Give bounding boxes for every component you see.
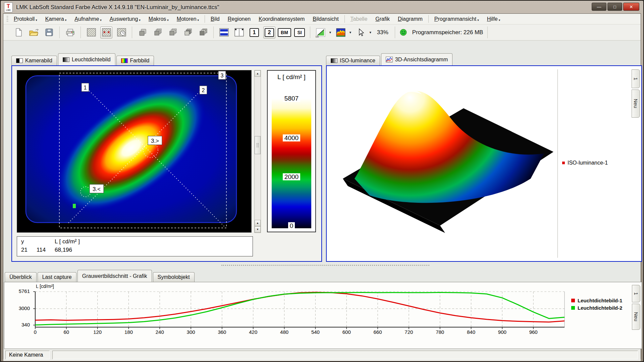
chart-side-tab-1[interactable]: 1 (632, 285, 640, 302)
menu-auswertung[interactable]: Auswertung▾ (106, 14, 145, 24)
tab-farbbild[interactable]: Farbbild (116, 56, 154, 65)
luminance-image-panel: 1 2 3 3.> 3. (11, 65, 322, 262)
svg-text:3: 3 (221, 73, 224, 78)
menu-dropdown-icon: ▾ (139, 18, 141, 22)
capture-button[interactable] (85, 26, 97, 39)
open-file-button[interactable] (28, 26, 40, 39)
tab-last-capture[interactable]: Last capture (38, 272, 76, 282)
x-tick-label: 660 (370, 329, 385, 335)
view-1-button[interactable]: 1 (248, 26, 260, 39)
image-copy-button[interactable] (137, 26, 149, 39)
x-tick-label: 0 (28, 329, 43, 335)
menu-hilfe[interactable]: Hilfe▾ (483, 14, 504, 24)
x-tick-label: 120 (90, 329, 105, 335)
menu-protokoll[interactable]: Protokoll▾ (10, 14, 41, 24)
menu-grafik[interactable]: Grafik (371, 14, 394, 24)
tab-leuchtdichtebild[interactable]: Leuchtdichtebild (58, 53, 115, 65)
app-logo-letter: T (7, 4, 10, 9)
horizontal-splitter[interactable] (221, 265, 429, 266)
tab-label: Leuchtdichtebild (72, 57, 111, 63)
menu-regionen[interactable]: Regionen (224, 14, 255, 24)
split-vertical-icon (234, 28, 244, 37)
window-title: LMK LabSoft Standard Farbe Active X 14.9… (16, 4, 219, 11)
chart-x-ticks: 0601201802403003604204805406006607207808… (35, 329, 565, 336)
menu-programmansicht[interactable]: Programmansicht▾ (430, 14, 483, 24)
tab-iso-luminance[interactable]: ISO-luminance (326, 56, 380, 65)
tab-ueberblick[interactable]: Überblick (5, 272, 37, 282)
menu-makros[interactable]: Makros▾ (145, 14, 173, 24)
surface-3d-view[interactable] (329, 68, 557, 258)
color-scale-gradient: 5807 4000 2000 0 (272, 85, 311, 228)
menu-dropdown-icon: ▾ (65, 18, 67, 22)
chart-y-axis-title: L [cd/m²] (36, 284, 54, 289)
cursor-tool-button[interactable] (355, 26, 367, 39)
linear-scaling-button[interactable]: Lin (315, 26, 327, 39)
false-color-button[interactable] (335, 26, 347, 39)
tab-grauwertbildschnitt-grafik[interactable]: Grauwertbildschnitt - Grafik (77, 270, 152, 282)
view-2-button[interactable]: 2 (263, 26, 275, 39)
si-button[interactable]: SI (293, 26, 306, 39)
image-stack-chip-button[interactable] (182, 26, 194, 39)
tab-symbolobjekt[interactable]: Symbolobjekt (153, 272, 195, 282)
menu-aufnahme[interactable]: Aufnahme▾ (70, 14, 105, 24)
legend-item-2: Leuchtdichtebild-2 (571, 305, 622, 311)
minimize-button[interactable]: — (592, 3, 606, 11)
side-tab-neu[interactable]: Neu (632, 89, 640, 118)
toolbar-separator (80, 26, 81, 38)
bm-button[interactable]: BM (278, 26, 290, 39)
toolbar-separator (59, 26, 60, 38)
menu-bild[interactable]: Bild (207, 14, 224, 24)
new-file-button[interactable] (13, 26, 25, 39)
capture-region-button[interactable] (100, 26, 112, 39)
menu-kamera[interactable]: Kamera▾ (41, 14, 71, 24)
capture-time-button[interactable] (115, 26, 127, 39)
client-area: Protokoll▾Kamera▾Aufnahme▾Auswertung▾Mak… (3, 13, 641, 359)
image-stack-button[interactable] (152, 26, 164, 39)
linear-scaling-dropdown-icon[interactable]: ▼ (329, 31, 332, 34)
y-tick-label: 340 (21, 322, 30, 327)
tab-kamerabild[interactable]: Kamerabild (11, 56, 57, 65)
image-stack-dots-button[interactable] (167, 26, 179, 39)
chart-side-tab-neu[interactable]: Neu (632, 304, 640, 330)
open-file-icon (29, 28, 39, 37)
menubar-grip[interactable] (6, 15, 9, 22)
menu-koordinatensystem[interactable]: Koordinatensystem (255, 14, 309, 24)
region-label-1: 1 (82, 83, 89, 92)
tab-3d-ansichtsdiagramm[interactable]: 3D-Ansichtsdiagramm (381, 53, 452, 65)
maximize-button[interactable]: □ (607, 3, 622, 11)
color-scale: L [ cd/m² ] 5807 4000 2000 0 (267, 70, 316, 232)
menu-diagramm[interactable]: Diagramm (394, 14, 427, 24)
side-tab-1[interactable]: 1 (632, 69, 640, 88)
image-scrollbar[interactable]: ▲ ▲ ▼ (254, 70, 261, 233)
scroll-up-button[interactable]: ▲ (255, 70, 261, 77)
menu-bildansicht[interactable]: Bildansicht (309, 14, 342, 24)
x-tick-label: 60 (59, 329, 74, 335)
cursor-dropdown-icon[interactable]: ▼ (369, 31, 372, 34)
x-tick-label: 240 (152, 329, 167, 335)
false-color-icon (336, 28, 345, 37)
view-2-label: 2 (265, 28, 274, 37)
profile-chart[interactable] (35, 292, 565, 327)
app-logo-sub: LMK (6, 9, 11, 11)
close-button[interactable]: ✕ (623, 3, 639, 11)
split-vertical-button[interactable] (233, 26, 245, 39)
print-button[interactable] (64, 26, 76, 39)
surface-3d-plot (329, 68, 557, 258)
luminance-image[interactable]: 1 2 3 3.> 3. (17, 70, 252, 233)
diagram-tabbar: ISO-luminance 3D-Ansichtsdiagramm (326, 53, 452, 65)
caption-buttons: — □ ✕ (592, 3, 639, 11)
save-file-icon (45, 28, 53, 37)
tab-label: Kamerabild (25, 58, 52, 64)
title-bar[interactable]: T LMK LMK LabSoft Standard Farbe Active … (4, 2, 580, 13)
image-stack-chip-icon (183, 28, 193, 37)
split-horizontal-button[interactable] (218, 26, 230, 39)
menu-motoren[interactable]: Motoren▾ (173, 14, 203, 24)
false-color-dropdown-icon[interactable]: ▼ (349, 31, 352, 34)
profile-chart-svg (35, 292, 565, 327)
toolbar-separator (213, 26, 214, 38)
scroll-down-button[interactable]: ▼ (255, 226, 261, 233)
scroll-thumb[interactable] (255, 136, 261, 154)
image-stack-all-button[interactable] (197, 26, 209, 39)
save-file-button[interactable] (43, 26, 55, 39)
scroll-up2-button[interactable]: ▲ (255, 220, 261, 226)
